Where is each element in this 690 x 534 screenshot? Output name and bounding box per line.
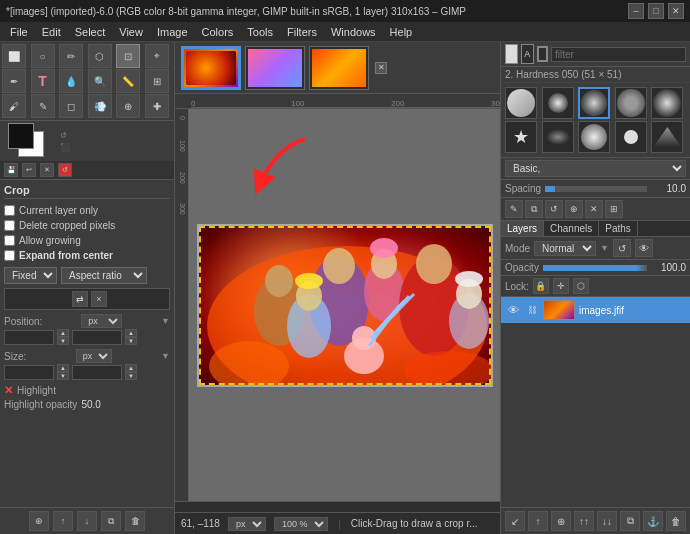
tool-paths[interactable]: ✒	[2, 69, 26, 93]
dimension-clear-btn[interactable]: ×	[91, 291, 107, 307]
maximize-button[interactable]: □	[648, 3, 664, 19]
delete-layer-btn[interactable]: 🗑	[666, 511, 686, 531]
tool-crop[interactable]: ⊡	[116, 44, 140, 68]
brush-item-5[interactable]	[651, 87, 683, 119]
size-h-up-btn[interactable]: ▲	[125, 364, 137, 372]
zoom-select[interactable]: 100 % 50 % 200 %	[274, 517, 328, 531]
size-unit-select[interactable]: px %	[76, 349, 112, 363]
image-tab-2[interactable]	[245, 46, 305, 90]
minimize-button[interactable]: –	[628, 3, 644, 19]
duplicate-layer-icon[interactable]: ⧉	[101, 511, 121, 531]
horizontal-scrollbar[interactable]	[175, 501, 500, 512]
brush-filter-input[interactable]	[551, 47, 686, 62]
opacity-slider[interactable]	[543, 265, 647, 271]
brush-edit-icon[interactable]: ✎	[505, 200, 523, 218]
new-image-icon[interactable]: ⊕	[29, 511, 49, 531]
menu-image[interactable]: Image	[151, 25, 194, 39]
layer-visibility-icon[interactable]: 👁	[635, 239, 653, 257]
raise-layer-btn[interactable]: ↑↑	[574, 511, 594, 531]
current-layer-checkbox[interactable]	[4, 205, 15, 216]
delete-tool-options-icon[interactable]: ✕	[40, 163, 54, 177]
tool-measure[interactable]: 📏	[116, 69, 140, 93]
menu-windows[interactable]: Windows	[325, 25, 382, 39]
reset-tool-options-icon[interactable]: ↺	[58, 163, 72, 177]
brush-item-4[interactable]	[615, 87, 647, 119]
unit-select[interactable]: px %	[228, 517, 266, 531]
move-layer-up-btn[interactable]: ↑	[528, 511, 548, 531]
brush-item-3-selected[interactable]	[578, 87, 610, 119]
duplicate-layer-btn[interactable]: ⧉	[620, 511, 640, 531]
menu-edit[interactable]: Edit	[36, 25, 67, 39]
delete-cropped-checkbox[interactable]	[4, 220, 15, 231]
move-layer-down-btn[interactable]: ↙	[505, 511, 525, 531]
lock-alpha-icon[interactable]: ⬡	[573, 278, 589, 294]
brush-new-icon[interactable]: ⊕	[565, 200, 583, 218]
tool-clone[interactable]: ⊕	[116, 94, 140, 118]
tool-text[interactable]: T	[31, 69, 55, 93]
layer-visibility-toggle[interactable]: 👁	[505, 302, 521, 318]
layers-mode-select[interactable]: Normal Multiply Screen	[534, 241, 596, 256]
tool-ellipse-select[interactable]: ○	[31, 44, 55, 68]
swap-colors-icon[interactable]: ↺	[60, 131, 70, 140]
tab-layers[interactable]: Layers	[501, 221, 544, 236]
dimension-swap-btn[interactable]: ⇄	[72, 291, 88, 307]
tool-colorpick[interactable]: 💧	[59, 69, 83, 93]
brush-delete-icon[interactable]: ✕	[585, 200, 603, 218]
raise-layer-icon[interactable]: ↑	[53, 511, 73, 531]
tab-paths[interactable]: Paths	[599, 221, 638, 236]
brush-view-icon[interactable]: ⊞	[605, 200, 623, 218]
tool-airbrush[interactable]: 💨	[88, 94, 112, 118]
foreground-color-swatch[interactable]	[8, 123, 34, 149]
canvas-viewport[interactable]	[190, 109, 500, 501]
image-tab-3[interactable]	[309, 46, 369, 90]
pos-y-up-btn[interactable]: ▲	[125, 329, 137, 337]
brush-refresh-icon[interactable]: ↺	[545, 200, 563, 218]
expand-from-center-checkbox[interactable]	[4, 250, 15, 261]
brush-type-select[interactable]: Basic, Smear	[505, 160, 686, 177]
menu-filters[interactable]: Filters	[281, 25, 323, 39]
tool-pencil[interactable]: ✎	[31, 94, 55, 118]
layer-item[interactable]: 👁 ⛓ images.jfif	[501, 297, 690, 323]
layer-chain-icon[interactable]: ⛓	[525, 303, 539, 317]
menu-help[interactable]: Help	[384, 25, 419, 39]
size-w-input[interactable]: 0	[4, 365, 54, 380]
size-h-down-btn[interactable]: ▼	[125, 372, 137, 380]
brush-item-6[interactable]: ★	[505, 121, 537, 153]
size-h-input[interactable]: 0	[72, 365, 122, 380]
lock-link-icon[interactable]: ↺	[613, 239, 631, 257]
tool-eraser[interactable]: ◻	[59, 94, 83, 118]
position-x-input[interactable]: 21	[4, 330, 54, 345]
pos-y-down-btn[interactable]: ▼	[125, 337, 137, 345]
brush-item-9[interactable]	[615, 121, 647, 153]
position-unit-select[interactable]: px % mm	[81, 314, 122, 328]
tool-fuzzy-select[interactable]: ⬡	[88, 44, 112, 68]
lower-layer-btn[interactable]: ↓↓	[597, 511, 617, 531]
lock-position-icon[interactable]: ✛	[553, 278, 569, 294]
size-w-up-btn[interactable]: ▲	[57, 364, 69, 372]
dimension-input[interactable]: 310:163	[9, 293, 69, 305]
size-w-down-btn[interactable]: ▼	[57, 372, 69, 380]
brush-item-8[interactable]	[578, 121, 610, 153]
restore-tool-options-icon[interactable]: ↩	[22, 163, 36, 177]
brush-item-7[interactable]	[542, 121, 574, 153]
brush-item-10[interactable]	[651, 121, 683, 153]
menu-tools[interactable]: Tools	[241, 25, 279, 39]
lock-pixels-icon[interactable]: 🔒	[533, 278, 549, 294]
pos-x-down-btn[interactable]: ▼	[57, 337, 69, 345]
close-tab-button[interactable]: ✕	[375, 62, 387, 74]
delete-layer-icon[interactable]: 🗑	[125, 511, 145, 531]
menu-file[interactable]: File	[4, 25, 34, 39]
close-button[interactable]: ✕	[668, 3, 684, 19]
menu-view[interactable]: View	[113, 25, 149, 39]
save-tool-options-icon[interactable]: 💾	[4, 163, 18, 177]
tool-align[interactable]: ⊞	[145, 69, 169, 93]
brush-duplicate-icon[interactable]: ⧉	[525, 200, 543, 218]
lower-layer-icon[interactable]: ↓	[77, 511, 97, 531]
image-tab-1[interactable]	[181, 46, 241, 90]
menu-colors[interactable]: Colors	[196, 25, 240, 39]
anchor-layer-btn[interactable]: ⚓	[643, 511, 663, 531]
fixed-select[interactable]: Fixed Free	[4, 267, 57, 284]
tool-transform[interactable]: ⌖	[145, 44, 169, 68]
pos-x-up-btn[interactable]: ▲	[57, 329, 69, 337]
spacing-slider[interactable]	[545, 186, 647, 192]
